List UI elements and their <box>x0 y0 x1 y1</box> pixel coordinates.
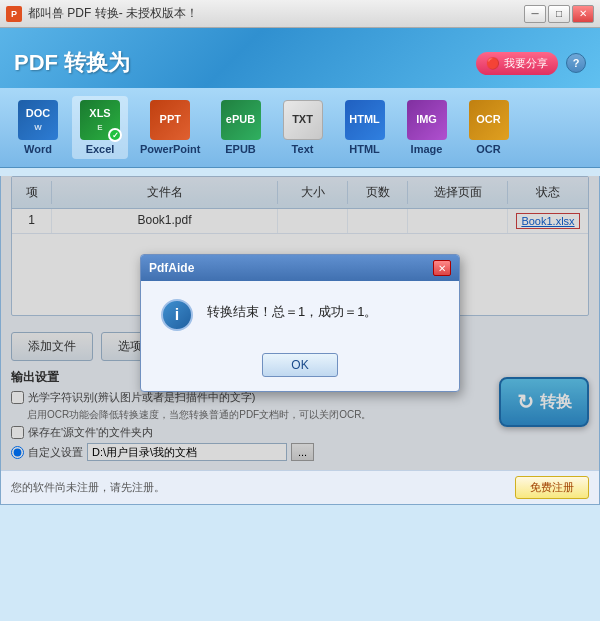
dialog-message: 转换结束！总＝1，成功＝1。 <box>207 299 377 321</box>
weibo-icon: 🔴 <box>486 57 500 70</box>
word-icon: DOCW <box>18 100 58 140</box>
minimize-button[interactable]: ─ <box>524 5 546 23</box>
format-word-label: Word <box>24 143 52 155</box>
info-icon: i <box>161 299 193 331</box>
app-header: PDF 转换为 🔴 我要分享 ? <box>0 28 600 88</box>
format-ocr[interactable]: OCR OCR <box>461 96 517 159</box>
format-html-label: HTML <box>349 143 380 155</box>
dialog-titlebar: PdfAide ✕ <box>141 255 459 281</box>
format-epub[interactable]: ePUB EPUB <box>213 96 269 159</box>
registration-note: 您的软件尚未注册，请先注册。 <box>11 480 165 495</box>
text-icon: TXT <box>283 100 323 140</box>
format-html[interactable]: HTML HTML <box>337 96 393 159</box>
title-bar-controls: ─ □ ✕ <box>524 5 594 23</box>
active-checkmark <box>108 128 122 142</box>
app-title: PDF 转换为 <box>14 48 130 78</box>
title-bar: P 都叫兽 PDF 转换- 未授权版本！ ─ □ ✕ <box>0 0 600 28</box>
format-text[interactable]: TXT Text <box>275 96 331 159</box>
app-body: 项 文件名 大小 页数 选择页面 状态 1 Book1.pdf Book1.xl… <box>1 176 599 470</box>
maximize-button[interactable]: □ <box>548 5 570 23</box>
format-word[interactable]: DOCW Word <box>10 96 66 159</box>
bottom-bar: 您的软件尚未注册，请先注册。 免费注册 <box>1 470 599 504</box>
format-excel[interactable]: XLSE Excel <box>72 96 128 159</box>
register-button[interactable]: 免费注册 <box>515 476 589 499</box>
format-ocr-label: OCR <box>476 143 500 155</box>
image-icon: IMG <box>407 100 447 140</box>
dialog-body: i 转换结束！总＝1，成功＝1。 <box>141 281 459 345</box>
epub-icon: ePUB <box>221 100 261 140</box>
window-title: 都叫兽 PDF 转换- 未授权版本！ <box>28 5 198 22</box>
close-button[interactable]: ✕ <box>572 5 594 23</box>
format-text-label: Text <box>292 143 314 155</box>
dialog-box: PdfAide ✕ i 转换结束！总＝1，成功＝1。 OK <box>140 254 460 392</box>
format-image-label: Image <box>411 143 443 155</box>
html-icon: HTML <box>345 100 385 140</box>
format-ppt[interactable]: PPT PowerPoint <box>134 96 207 159</box>
dialog-overlay: PdfAide ✕ i 转换结束！总＝1，成功＝1。 OK <box>1 176 599 470</box>
ocr-icon: OCR <box>469 100 509 140</box>
format-ppt-label: PowerPoint <box>140 143 201 155</box>
dialog-close-button[interactable]: ✕ <box>433 260 451 276</box>
share-label: 我要分享 <box>504 56 548 71</box>
header-right: 🔴 我要分享 ? <box>476 52 586 75</box>
format-epub-label: EPUB <box>225 143 256 155</box>
app-main: 项 文件名 大小 页数 选择页面 状态 1 Book1.pdf Book1.xl… <box>0 176 600 505</box>
format-excel-label: Excel <box>86 143 115 155</box>
format-image[interactable]: IMG Image <box>399 96 455 159</box>
title-bar-left: P 都叫兽 PDF 转换- 未授权版本！ <box>6 5 198 22</box>
dialog-footer: OK <box>141 345 459 391</box>
ppt-icon: PPT <box>150 100 190 140</box>
dialog-title: PdfAide <box>149 261 194 275</box>
help-button[interactable]: ? <box>566 53 586 73</box>
format-strip: DOCW Word XLSE Excel PPT PowerPoint ePUB… <box>0 88 600 168</box>
app-icon: P <box>6 6 22 22</box>
share-button[interactable]: 🔴 我要分享 <box>476 52 558 75</box>
excel-icon: XLSE <box>80 100 120 140</box>
dialog-ok-button[interactable]: OK <box>262 353 337 377</box>
